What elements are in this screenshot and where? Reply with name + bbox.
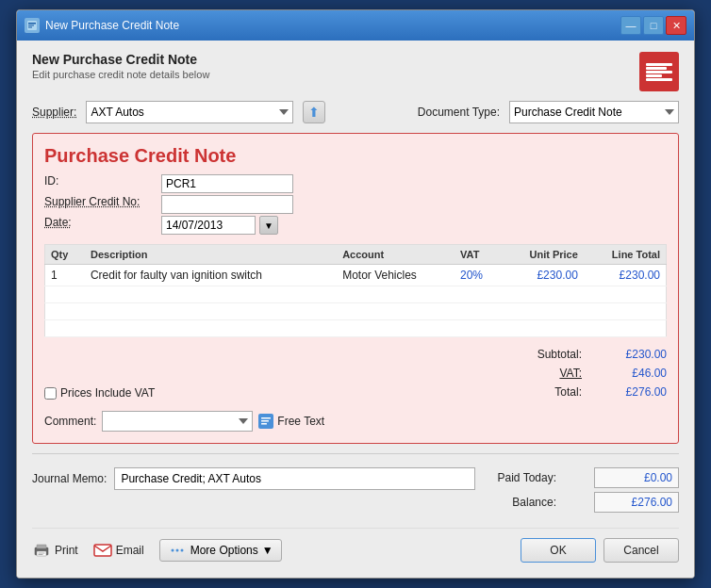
totals-values: £230.00 £46.00 £276.00 [601,345,667,401]
table-row[interactable]: 1 Credit for faulty van ignition switch … [45,265,667,286]
email-label: Email [116,544,144,557]
supplier-credit-label: Supplier Credit No: [44,195,157,214]
svg-rect-10 [39,553,45,554]
print-label: Print [55,544,78,557]
paid-today-input[interactable] [594,467,679,488]
document-fields: ID: Supplier Credit No: Date: ▼ [44,174,667,235]
total-value: £276.00 [601,383,667,401]
doc-type-label: Document Type: [418,106,500,119]
document-title: Purchase Credit Note [44,145,667,167]
paid-today-row: Paid Today: [490,467,679,488]
free-text-label: Free Text [277,415,324,428]
main-window: New Purchase Credit Note — □ ✕ New Purch… [16,9,695,579]
footer-right: OK Cancel [521,538,679,563]
print-icon [32,543,51,558]
col-vat: VAT [455,245,502,265]
memo-row: Journal Memo: [32,467,475,490]
title-bar: New Purchase Credit Note — □ ✕ [17,10,694,41]
svg-rect-8 [37,545,46,548]
title-bar-left: New Purchase Credit Note [25,18,179,33]
totals-labels: Subtotal: VAT: Total: [537,345,582,401]
icon-line-5 [646,78,672,81]
maximize-button[interactable]: □ [643,16,664,35]
date-input[interactable] [161,216,256,235]
svg-rect-11 [39,554,43,555]
header-text: New Purchase Credit Note Edit purchase c… [32,52,209,80]
table-empty-row [45,286,667,303]
svg-rect-4 [261,417,271,419]
window-body: New Purchase Credit Note Edit purchase c… [17,41,694,578]
separator-1 [32,453,679,454]
app-icon [25,18,40,33]
supplier-nav-button[interactable]: ⬆ [303,101,325,123]
window-title: New Purchase Credit Note [45,19,179,32]
more-options-button[interactable]: More Options ▼ [159,539,282,562]
prices-include-vat-label[interactable]: Prices Include VAT [44,386,155,400]
supplier-credit-input[interactable] [161,195,293,214]
id-label: ID: [44,174,157,193]
close-button[interactable]: ✕ [666,16,686,35]
svg-point-14 [175,549,178,552]
subtotal-label: Subtotal: [537,345,582,364]
more-options-icon [168,543,187,558]
svg-point-13 [171,549,174,552]
col-line-total: Line Total [584,245,667,265]
journal-memo-input[interactable] [114,467,475,490]
email-icon [93,543,112,558]
id-input[interactable] [161,174,293,193]
icon-line-1 [646,63,672,66]
cancel-button[interactable]: Cancel [604,538,679,563]
table-header-row: Qty Description Account VAT Unit Price L… [45,245,667,265]
cell-line-total: £230.00 [584,265,667,286]
icon-line-2 [646,67,667,70]
svg-rect-5 [261,420,269,422]
cell-vat: 20% [455,265,502,286]
svg-rect-6 [261,423,267,425]
balance-input [594,492,679,513]
more-options-label: More Options [190,544,258,557]
vat-label[interactable]: VAT: [537,364,582,383]
svg-rect-2 [28,25,34,26]
comment-select[interactable] [102,411,253,432]
balance-label: Balance: [490,496,556,509]
cell-qty: 1 [45,265,85,286]
comment-label: Comment: [44,415,96,428]
supplier-select[interactable]: AXT Autos [86,101,293,123]
footer-left: Print Email [32,539,282,562]
paid-today-label: Paid Today: [490,471,556,484]
window-controls: — □ ✕ [620,16,686,35]
vat-value: £46.00 [601,364,667,383]
table-empty-row [45,303,667,320]
line-items-table: Qty Description Account VAT Unit Price L… [44,244,667,337]
supplier-label: Supplier: [32,106,76,119]
total-label: Total: [537,383,582,401]
col-description: Description [85,245,337,265]
icon-line-3 [646,71,672,74]
memo-section: Journal Memo: [32,467,475,490]
cell-description: Credit for faulty van ignition switch [85,265,337,286]
table-empty-row [45,320,667,337]
print-button[interactable]: Print [32,543,78,558]
page-title: New Purchase Credit Note [32,52,209,67]
toolbar-row: Supplier: AXT Autos ⬆ Document Type: Pur… [32,101,679,123]
balance-row: Balance: [490,492,679,513]
free-text-icon [258,414,273,429]
svg-point-15 [180,549,183,552]
document-icon [639,52,679,91]
free-text-button[interactable]: Free Text [258,414,324,429]
vat-row: Prices Include VAT [44,386,155,400]
email-button[interactable]: Email [93,543,144,558]
col-unit-price: Unit Price [502,245,584,265]
doc-type-select[interactable]: Purchase Credit Note [509,101,679,123]
document-panel: Purchase Credit Note ID: Supplier Credit… [32,133,679,444]
minimize-button[interactable]: — [620,16,641,35]
icon-line-4 [646,74,662,77]
date-picker-button[interactable]: ▼ [259,216,278,235]
subtotal-value: £230.00 [601,345,667,364]
ok-button[interactable]: OK [521,538,596,563]
date-row: ▼ [161,216,667,235]
prices-include-vat-checkbox[interactable] [44,387,57,400]
comment-row: Comment: Free Text [44,411,667,432]
more-options-arrow: ▼ [262,544,273,557]
payment-section: Paid Today: Balance: [490,467,679,516]
